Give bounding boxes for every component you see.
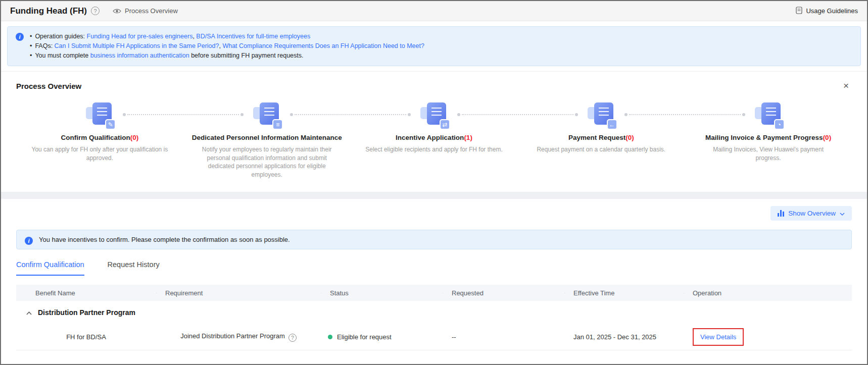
notice-line-authentication: •You must complete business information … [30, 51, 852, 61]
process-overview-toggle[interactable]: Process Overview [125, 7, 178, 15]
business-authentication-link[interactable]: business information authentication [90, 52, 189, 59]
step-description: Request payment on a calendar quarterly … [537, 145, 665, 154]
step-connector [127, 114, 239, 115]
group-label: Distribution Partner Program [38, 308, 135, 317]
help-icon[interactable]: ? [91, 7, 100, 15]
step-count: (0) [130, 134, 139, 141]
step-description: Notify your employees to regularly maint… [198, 145, 335, 179]
top-bar: Funding Head (FH) ? Process Overview Usa… [1, 1, 867, 21]
operation-notice: i •Operation guides: Funding Head for pr… [7, 26, 861, 66]
status-text: Eligible for request [337, 333, 392, 341]
step-connector [629, 114, 741, 115]
requirement-help-icon[interactable]: ? [288, 334, 297, 342]
step-name: Dedicated Personnel Information Maintena… [192, 134, 342, 141]
table-row: FH for BD/SA Joined Distribution Partner… [16, 324, 852, 350]
invoice-clock-icon: ◔ [753, 102, 784, 128]
step-description: Mailing Invoices, View Huawei's payment … [700, 145, 837, 162]
bar-chart-icon [778, 210, 784, 217]
payment-document-icon: ← [586, 102, 616, 128]
faq-link-compliance[interactable]: What Compliance Requirements Does an FH … [222, 42, 424, 49]
column-header-status: Status [321, 289, 443, 297]
step-connector [462, 114, 573, 115]
show-overview-button[interactable]: Show Overview [770, 206, 852, 221]
info-icon: i [16, 33, 24, 41]
faq-link-multiple-applications[interactable]: Can I Submit Multiple FH Applications in… [55, 42, 219, 49]
process-steps: ✎ Confirm Qualification(0) You can apply… [16, 102, 852, 179]
step-count: (0) [625, 134, 634, 141]
column-header-benefit-name: Benefit Name [16, 289, 156, 297]
group-row-distribution-partner-program[interactable]: Distribution Partner Program [16, 301, 852, 324]
step-name: Confirm Qualification [61, 134, 130, 141]
column-header-operation: Operation [684, 289, 852, 297]
usage-guidelines-link[interactable]: Usage Guidelines [796, 7, 858, 16]
funding-head-page: Funding Head (FH) ? Process Overview Usa… [0, 0, 868, 365]
view-details-link[interactable]: View Details [700, 333, 736, 341]
step-description: Select eligible recipients and apply for… [365, 145, 502, 154]
eye-icon[interactable] [113, 8, 121, 14]
requested-cell: -- [443, 333, 564, 341]
incentive-alert-text: You have incentives to confirm. Please c… [39, 236, 290, 243]
process-overview-title: Process Overview [16, 82, 852, 90]
notice-line-guides: •Operation guides: Funding Head for pre-… [30, 32, 852, 41]
show-overview-label: Show Overview [788, 210, 836, 217]
step-connector [295, 114, 406, 115]
usage-guidelines-label: Usage Guidelines [806, 7, 858, 15]
requirement-cell: Joined Distribution Partner Program? [156, 332, 321, 342]
incentive-alert: i You have incentives to confirm. Please… [16, 230, 852, 249]
tab-bar: Confirm Qualification Request History [16, 260, 852, 276]
step-name: Incentive Application [396, 134, 464, 141]
personnel-document-icon: ≡ [252, 102, 282, 128]
tab-confirm-qualification[interactable]: Confirm Qualification [16, 260, 84, 276]
status-cell: Eligible for request [321, 333, 443, 341]
qualification-table: Benefit Name Requirement Status Requeste… [16, 285, 852, 350]
guide-link-presales[interactable]: Funding Head for pre-sales engineers [87, 33, 193, 40]
table-header-row: Benefit Name Requirement Status Requeste… [16, 285, 852, 301]
column-header-requested: Requested [443, 289, 564, 297]
step-name: Mailing Invoice & Payment Progress [705, 134, 823, 141]
effective-time-cell: Jan 01, 2025 - Dec 31, 2025 [564, 333, 684, 341]
process-overview-section: Process Overview × ✎ Confirm Qualificati… [1, 71, 867, 192]
column-header-effective-time: Effective Time [564, 289, 684, 297]
close-icon[interactable]: × [843, 81, 849, 90]
guide-link-incentives[interactable]: BD/SA Incentives for full-time employees [196, 33, 310, 40]
step-description: You can apply for FH only after your qua… [31, 145, 168, 162]
chevron-up-icon[interactable] [26, 308, 32, 317]
column-header-requirement: Requirement [156, 289, 321, 297]
tab-request-history[interactable]: Request History [108, 260, 160, 276]
annotation-red-box: View Details [693, 328, 744, 346]
edit-document-icon: ✎ [84, 102, 115, 128]
benefit-name-cell: FH for BD/SA [16, 333, 156, 341]
step-name: Payment Request [568, 134, 625, 141]
status-green-dot [328, 335, 332, 339]
transfer-document-icon: ⇄ [419, 102, 449, 128]
page-title: Funding Head (FH) [10, 6, 87, 16]
info-icon: i [25, 237, 33, 245]
qualification-section: Show Overview i You have incentives to c… [1, 199, 867, 350]
step-count: (1) [464, 134, 472, 141]
operation-cell: View Details [684, 328, 852, 346]
section-divider [1, 192, 867, 199]
notice-line-faqs: •FAQs: Can I Submit Multiple FH Applicat… [30, 41, 852, 51]
step-count: (0) [823, 134, 832, 141]
guidelines-doc-icon [796, 7, 802, 16]
chevron-down-icon [840, 210, 845, 217]
